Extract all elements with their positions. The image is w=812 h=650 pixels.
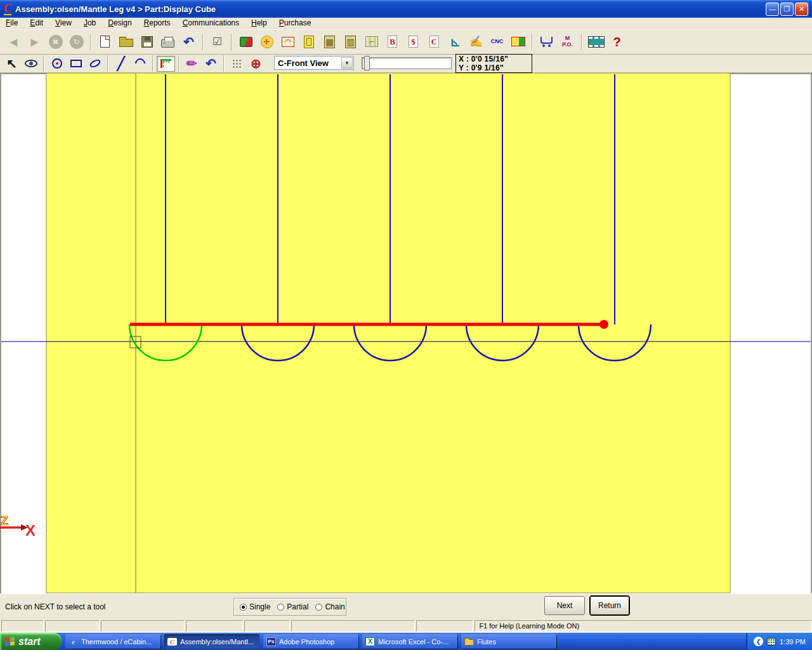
help-button[interactable]: ? [607,32,627,51]
menu-item-job[interactable]: Job [84,18,96,27]
menu-item-help[interactable]: Help [251,18,267,27]
forward-button[interactable]: ► [25,32,44,51]
menu-item-reports[interactable]: Reports [144,18,171,27]
drill-button[interactable]: ✛ [257,32,277,51]
cost-document-icon: $ [409,36,418,48]
menu-item-file[interactable]: File [6,18,18,27]
tray-chevron-icon[interactable]: ❮ [754,637,763,646]
part-drawing[interactable]: ZX [0,73,812,594]
next-button[interactable]: Next [544,596,585,615]
molding-button[interactable]: ◠ [278,32,298,51]
options-button[interactable]: ☑ [207,32,227,51]
bid-document-button[interactable]: B [383,32,402,51]
line-tool-icon: ╱ [117,57,124,70]
ellipse-tool-button[interactable] [86,56,104,72]
back-button[interactable]: ◄ [4,32,23,51]
grid-snap-button[interactable] [228,56,246,72]
chevron-down-icon[interactable]: ▼ [341,57,353,69]
polyline-tool-button[interactable] [157,56,175,72]
tray-app-icon[interactable] [767,638,776,646]
menu-item-communications[interactable]: Communications [183,18,239,27]
open-button[interactable] [116,32,136,51]
status-segment [416,620,473,632]
radio-circle-icon [315,604,322,611]
restore-button[interactable]: ❐ [780,3,794,16]
print-button[interactable] [158,32,178,51]
task-label: Microsoft Excel - Co-... [378,638,449,646]
drill-icon: ✛ [261,36,273,48]
cabinet-button[interactable]: ▦ [320,32,339,51]
rectangle-tool-button[interactable] [67,56,85,72]
refresh-button[interactable]: ↻ [67,32,86,51]
start-button[interactable]: start [0,633,62,650]
select-tool-button[interactable]: ↖ [3,56,21,72]
cnc-button[interactable]: CNC [487,32,507,51]
circle-tool-button[interactable] [48,56,66,72]
drawing-canvas[interactable]: ZX [0,73,812,594]
svg-text:Z: Z [1,514,8,527]
undo-draw-button[interactable]: ↶ [202,56,220,72]
tutorial-video-button[interactable] [586,32,606,51]
new-button[interactable] [95,32,115,51]
cutlist-document-button[interactable]: C [424,32,444,51]
job-notes-icon: ✍ [469,36,483,47]
job-notes-button[interactable]: ✍ [466,32,486,51]
dimension-tool-button[interactable]: ⊕ [247,56,265,72]
return-button[interactable]: Return [590,596,629,615]
save-icon [141,36,153,48]
menu-item-edit[interactable]: Edit [30,18,43,27]
cnc-icon: CNC [491,39,504,44]
taskbar: start eThermwood / eCabin...CAssembly:ol… [0,633,812,650]
menu-item-design[interactable]: Design [108,18,131,27]
zoom-slider[interactable] [362,57,452,69]
undo-button[interactable]: ↶ [179,32,199,51]
refresh-icon: ↻ [70,35,84,49]
nest-layout-button[interactable] [508,32,528,51]
cabinet-group-button[interactable]: ▥ [341,32,360,51]
save-button[interactable] [137,32,157,51]
floorplan-button[interactable]: ⌐ [362,32,381,51]
status-bar: F1 for Help (Learning Mode ON) [0,619,812,633]
erase-tool-button[interactable]: ✏ [183,56,201,72]
radio-single[interactable]: Single [240,602,270,611]
taskbar-task[interactable]: PsAdobe Photoshop [263,634,358,649]
menu-item-view[interactable]: View [55,18,72,27]
stop-button[interactable]: ✖ [46,32,65,51]
door-button[interactable] [299,32,318,51]
shopping-cart-icon [540,37,553,44]
taskbar-task[interactable]: eThermwood / eCabin... [65,634,160,649]
arc-tool-button[interactable] [131,56,149,72]
rectangle-tool-icon [70,60,82,67]
taskbar-task[interactable]: CAssembly:olsen/Mantl... [164,634,259,649]
status-segment [244,620,290,632]
status-segment [101,620,185,632]
stop-icon: ✖ [49,35,63,49]
radio-partial[interactable]: Partial [277,602,308,611]
purchase-order-button[interactable]: M P.O. [558,32,577,51]
coordinate-x: X : 0'0 15/16" [459,55,529,63]
toolbar-separator [152,55,154,72]
minimize-button[interactable]: — [766,3,779,16]
grid-snap-icon [232,58,242,69]
materials-button[interactable] [236,32,256,51]
assembly-tools-button[interactable]: ⊾ [445,32,465,51]
shopping-cart-button[interactable] [537,32,556,51]
taskbar-clock: 1:39 PM [780,638,806,646]
toolbar-separator [43,55,44,72]
close-button[interactable]: ✕ [795,3,808,16]
task-label: Thermwood / eCabin... [81,638,152,646]
menu-item-purchase[interactable]: Purchase [279,18,311,27]
zoom-eye-button[interactable] [22,56,40,72]
toolbar-separator [90,34,91,50]
window-title: Assembly:olsen/Mantle Leg v4 > Part:Disp… [15,4,216,14]
excel-icon: X [365,637,375,646]
view-select[interactable]: C-Front View ▼ [274,56,354,70]
taskbar-task[interactable]: Flutes [461,634,556,649]
radio-chain[interactable]: Chain [315,602,344,611]
status-segment [45,620,99,632]
door-icon [304,36,314,48]
cost-document-button[interactable]: $ [403,32,423,51]
taskbar-task[interactable]: XMicrosoft Excel - Co-... [362,634,457,649]
line-tool-button[interactable]: ╱ [112,56,130,72]
zoom-slider-thumb[interactable] [364,56,370,70]
